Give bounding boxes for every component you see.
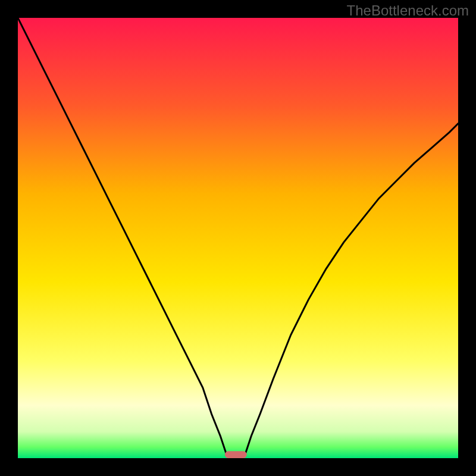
gradient-background — [18, 18, 458, 458]
watermark-text: TheBottleneck.com — [347, 2, 469, 19]
chart-frame: TheBottleneck.com — [0, 0, 476, 476]
chart-svg — [18, 18, 458, 458]
bottleneck-marker — [225, 451, 247, 458]
plot-area — [18, 18, 458, 458]
